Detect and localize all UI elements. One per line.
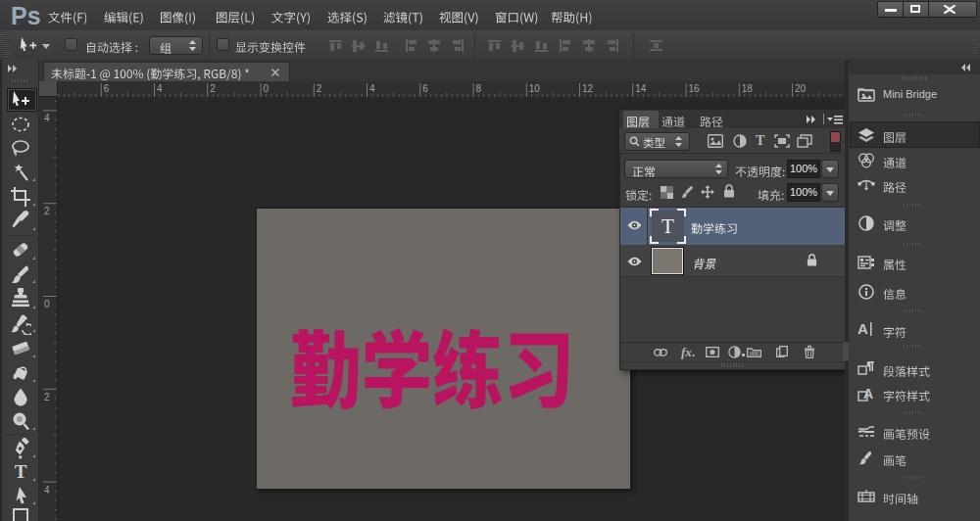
svg-text:14: 14 <box>635 83 647 94</box>
svg-text:0: 0 <box>44 299 50 309</box>
svg-text:12: 12 <box>582 83 594 94</box>
svg-text:6: 6 <box>422 83 428 94</box>
svg-text:6: 6 <box>104 83 110 94</box>
svg-text:8: 8 <box>476 83 482 94</box>
svg-text:4: 4 <box>44 485 50 496</box>
svg-text:A: A <box>858 321 868 337</box>
svg-text:4: 4 <box>157 83 163 94</box>
svg-text:10: 10 <box>529 83 541 94</box>
svg-text:18: 18 <box>742 83 754 94</box>
svg-text:2: 2 <box>44 206 50 216</box>
svg-text:T: T <box>15 461 27 482</box>
svg-text:16: 16 <box>689 83 701 94</box>
svg-text:20: 20 <box>795 83 807 94</box>
svg-text:4: 4 <box>44 113 50 123</box>
svg-text:A: A <box>863 386 873 402</box>
svg-text:2: 2 <box>317 83 322 94</box>
svg-text:2: 2 <box>44 392 50 403</box>
svg-text:0: 0 <box>264 83 270 94</box>
svg-text:4: 4 <box>369 83 375 94</box>
svg-text:2: 2 <box>210 83 216 94</box>
